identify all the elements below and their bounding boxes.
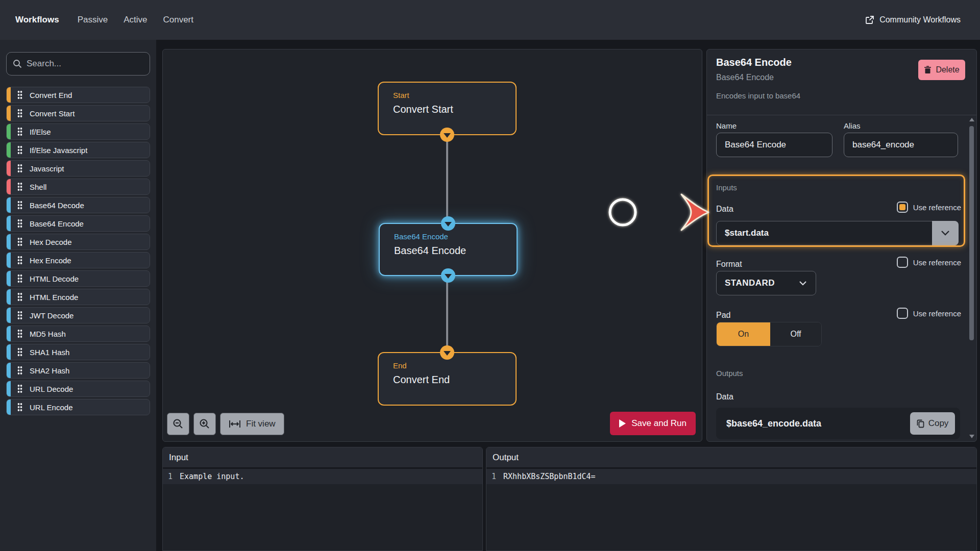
sidebar-item-url-encode[interactable]: URL Encode xyxy=(6,399,150,415)
output-port-handle[interactable] xyxy=(441,268,455,283)
format-value: STANDARD xyxy=(725,278,775,288)
data-select-dropdown-button[interactable] xyxy=(932,221,959,245)
sidebar-item-javascript[interactable]: Javascript xyxy=(6,160,150,177)
sidebar-item-convert-end[interactable]: Convert End xyxy=(6,87,150,103)
scroll-up-arrow-icon[interactable] xyxy=(969,118,974,121)
input-port-handle[interactable] xyxy=(440,345,454,360)
pad-use-reference-checkbox[interactable] xyxy=(897,308,908,319)
copy-button[interactable]: Copy xyxy=(910,412,955,435)
node-label: Convert End xyxy=(393,374,516,386)
format-use-reference: Use reference xyxy=(897,257,961,268)
output-reference-value: $base64_encode.data xyxy=(726,418,821,429)
sidebar-item-label: Hex Encode xyxy=(30,256,71,265)
nav-tab-convert[interactable]: Convert xyxy=(163,15,193,25)
drag-handle-icon xyxy=(17,90,23,99)
item-color-strip xyxy=(7,399,11,415)
nav-tab-passive[interactable]: Passive xyxy=(78,15,108,25)
sidebar-item-convert-start[interactable]: Convert Start xyxy=(6,105,150,121)
sidebar-item-label: Hex Decode xyxy=(30,238,72,246)
node-convert-start[interactable]: Start Convert Start xyxy=(378,82,517,135)
format-use-reference-checkbox[interactable] xyxy=(897,257,908,268)
sidebar-item-shell[interactable]: Shell xyxy=(6,179,150,195)
drag-handle-icon xyxy=(17,145,23,155)
save-and-run-label: Save and Run xyxy=(631,418,687,429)
sidebar-item-label: URL Encode xyxy=(30,403,73,412)
name-input[interactable] xyxy=(716,133,832,157)
pad-off-button[interactable]: Off xyxy=(770,322,821,346)
community-workflows-link[interactable]: Community Workflows xyxy=(865,15,961,24)
sidebar-item-url-decode[interactable]: URL Decode xyxy=(6,381,150,397)
nav-tab-active[interactable]: Active xyxy=(124,15,147,25)
delete-label: Delete xyxy=(936,65,959,74)
sidebar-item-label: Shell xyxy=(30,183,46,191)
sidebar-item-label: MD5 Hash xyxy=(30,330,66,338)
node-convert-end[interactable]: End Convert End xyxy=(378,352,517,406)
search-input[interactable] xyxy=(27,59,134,69)
input-editor-area[interactable] xyxy=(163,484,482,550)
line-number: 1 xyxy=(492,472,496,481)
search-box[interactable] xyxy=(6,52,150,76)
sidebar-item-label: SHA2 Hash xyxy=(30,366,69,375)
chevron-down-handle-icon xyxy=(445,274,452,279)
inputs-section-label: Inputs xyxy=(716,183,737,192)
inspector-title: Base64 Encode xyxy=(716,57,792,68)
node-inspector-panel: Base64 Encode Delete Base64 Encode Encod… xyxy=(706,49,977,442)
input-editor-line[interactable]: 1 Example input. xyxy=(163,469,482,484)
item-color-strip xyxy=(7,161,11,176)
drag-handle-icon xyxy=(17,237,23,246)
trash-icon xyxy=(924,66,932,74)
sidebar-item-label: If/Else xyxy=(30,128,51,136)
scrollbar-thumb[interactable] xyxy=(969,126,974,340)
data-reference-value: $start.data xyxy=(725,228,769,238)
pad-on-button[interactable]: On xyxy=(717,322,770,346)
sidebar-item-label: If/Else Javascript xyxy=(30,146,87,155)
item-color-strip xyxy=(7,253,11,268)
format-select[interactable]: STANDARD xyxy=(716,271,816,295)
input-panel-title: Input xyxy=(169,453,188,463)
outputs-section-label: Outputs xyxy=(716,369,743,378)
delete-node-button[interactable]: Delete xyxy=(918,60,965,80)
data-reference-select[interactable]: $start.data xyxy=(716,221,959,245)
scroll-down-arrow-icon[interactable] xyxy=(969,435,974,438)
item-color-strip xyxy=(7,142,11,158)
alias-field-label: Alias xyxy=(844,121,861,130)
node-palette-sidebar: Convert EndConvert StartIf/ElseIf/Else J… xyxy=(0,40,156,551)
input-port-handle[interactable] xyxy=(441,216,455,231)
drag-handle-icon xyxy=(17,274,23,283)
sidebar-item-base64-decode[interactable]: Base64 Decode xyxy=(6,197,150,213)
save-and-run-button[interactable]: Save and Run xyxy=(610,412,696,435)
sidebar-item-if-else-javascript[interactable]: If/Else Javascript xyxy=(6,142,150,158)
drag-handle-icon xyxy=(17,164,23,173)
sidebar-item-if-else[interactable]: If/Else xyxy=(6,123,150,140)
drag-handle-icon xyxy=(17,366,23,375)
data-use-reference-checkbox[interactable] xyxy=(897,202,908,213)
sidebar-item-md5-hash[interactable]: MD5 Hash xyxy=(6,325,150,342)
output-port-handle[interactable] xyxy=(440,128,454,142)
zoom-in-button[interactable] xyxy=(193,413,216,435)
output-editor-panel: Output 1 RXhhbXBsZSBpbnB1dC4= xyxy=(486,447,977,551)
output-data-label: Data xyxy=(716,392,733,402)
node-base64-encode[interactable]: Base64 Encode Base64 Encode xyxy=(379,223,518,276)
input-editor-content[interactable]: Example input. xyxy=(180,472,244,481)
sidebar-item-hex-encode[interactable]: Hex Encode xyxy=(6,252,150,268)
sidebar-item-html-encode[interactable]: HTML Encode xyxy=(6,289,150,305)
fit-view-button[interactable]: Fit view xyxy=(220,413,284,435)
alias-input[interactable] xyxy=(844,133,958,157)
drag-handle-icon xyxy=(17,311,23,320)
sidebar-item-jwt-decode[interactable]: JWT Decode xyxy=(6,307,150,323)
output-editor-line[interactable]: 1 RXhhbXBsZSBpbnB1dC4= xyxy=(486,469,976,484)
sidebar-item-html-decode[interactable]: HTML Decode xyxy=(6,270,150,287)
copy-icon xyxy=(917,419,924,428)
sidebar-item-sha1-hash[interactable]: SHA1 Hash xyxy=(6,344,150,360)
sidebar-item-hex-decode[interactable]: Hex Decode xyxy=(6,234,150,250)
nav-tab-workflows[interactable]: Workflows xyxy=(15,15,59,25)
sidebar-item-label: Convert Start xyxy=(30,109,75,118)
sidebar-item-sha2-hash[interactable]: SHA2 Hash xyxy=(6,362,150,379)
name-field-label: Name xyxy=(716,121,737,130)
output-panel-header: Output xyxy=(486,447,976,469)
drag-handle-icon xyxy=(17,384,23,393)
zoom-out-button[interactable] xyxy=(167,413,189,435)
workflow-canvas[interactable]: Start Convert Start Base64 Encode Base64… xyxy=(162,49,702,442)
item-color-strip xyxy=(7,289,11,305)
sidebar-item-base64-encode[interactable]: Base64 Encode xyxy=(6,215,150,232)
